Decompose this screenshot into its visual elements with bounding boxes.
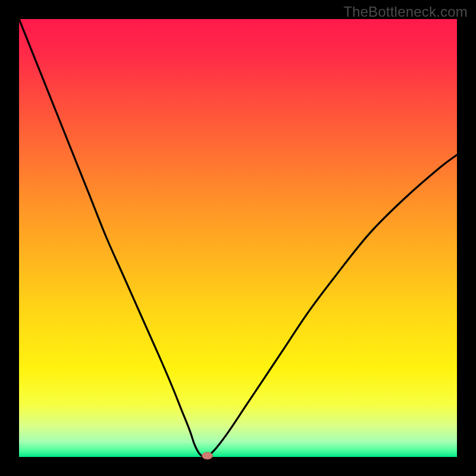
chart-frame: TheBottleneck.com	[0, 0, 476, 476]
chart-svg	[0, 0, 476, 476]
plot-background	[19, 19, 457, 457]
optimum-marker	[202, 452, 213, 459]
